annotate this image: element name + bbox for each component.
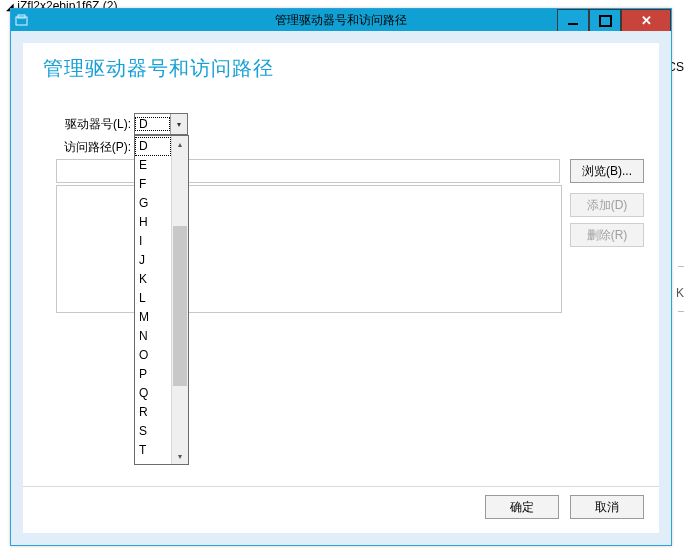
drive-letter-row: 驱动器号(L): D ▾ <box>53 113 188 135</box>
dropdown-item[interactable]: M <box>135 308 171 327</box>
footer-separator <box>23 486 659 487</box>
dialog-content: 管理驱动器号和访问路径 驱动器号(L): D ▾ 访问路径(P): 浏览(B).… <box>23 43 659 533</box>
dropdown-item[interactable]: P <box>135 365 171 384</box>
chevron-down-icon: ▾ <box>178 452 182 461</box>
dialog-window: 管理驱动器号和访问路径 ✕ 管理驱动器号和访问路径 驱动器号(L): D ▾ 访… <box>10 8 672 546</box>
close-icon: ✕ <box>641 13 652 28</box>
dropdown-item[interactable]: F <box>135 175 171 194</box>
dropdown-items: D E F G H I J K L M N O P Q R S T <box>135 136 171 464</box>
scroll-down-button[interactable]: ▾ <box>172 448 188 464</box>
dropdown-item[interactable]: K <box>135 270 171 289</box>
page-title: 管理驱动器号和访问路径 <box>43 55 274 82</box>
dropdown-scrollbar[interactable]: ▴ ▾ <box>171 136 188 464</box>
titlebar[interactable]: 管理驱动器号和访问路径 ✕ <box>11 9 671 31</box>
dropdown-item[interactable]: J <box>135 251 171 270</box>
scroll-up-button[interactable]: ▴ <box>172 136 188 152</box>
paths-listbox[interactable] <box>56 185 562 313</box>
dialog-body: 管理驱动器号和访问路径 驱动器号(L): D ▾ 访问路径(P): 浏览(B).… <box>11 31 671 545</box>
chevron-down-icon: ▾ <box>177 120 181 129</box>
system-disk-icon[interactable] <box>11 9 33 31</box>
dropdown-item[interactable]: R <box>135 403 171 422</box>
dropdown-item[interactable]: L <box>135 289 171 308</box>
browse-button[interactable]: 浏览(B)... <box>570 159 644 183</box>
maximize-icon <box>599 15 612 27</box>
dropdown-item[interactable]: I <box>135 232 171 251</box>
dropdown-item[interactable]: Q <box>135 384 171 403</box>
dropdown-item[interactable]: T <box>135 441 171 460</box>
access-path-label: 访问路径(P): <box>53 139 131 156</box>
ok-button[interactable]: 确定 <box>485 495 559 519</box>
window-controls: ✕ <box>557 9 671 30</box>
drive-letter-dropdown[interactable]: D E F G H I J K L M N O P Q R S T <box>134 135 189 465</box>
drive-letter-label: 驱动器号(L): <box>53 116 131 133</box>
dropdown-item[interactable]: S <box>135 422 171 441</box>
dropdown-item[interactable]: H <box>135 213 171 232</box>
cancel-button[interactable]: 取消 <box>570 495 644 519</box>
close-button[interactable]: ✕ <box>621 9 671 32</box>
dropdown-item[interactable]: N <box>135 327 171 346</box>
chevron-up-icon: ▴ <box>178 140 182 149</box>
dropdown-item[interactable]: G <box>135 194 171 213</box>
dropdown-item[interactable]: U <box>135 460 171 464</box>
dropdown-item[interactable]: O <box>135 346 171 365</box>
dropdown-item[interactable]: D <box>135 137 171 156</box>
maximize-button[interactable] <box>589 9 621 32</box>
access-path-input[interactable] <box>56 159 560 183</box>
add-button: 添加(D) <box>570 193 644 217</box>
scroll-thumb[interactable] <box>173 226 187 386</box>
access-path-row: 访问路径(P): <box>53 139 131 156</box>
minimize-icon <box>568 23 578 25</box>
bg-right-col-label: K <box>676 286 684 300</box>
dropdown-item[interactable]: E <box>135 156 171 175</box>
drive-letter-combo[interactable]: D ▾ <box>134 113 188 135</box>
combo-dropdown-button[interactable]: ▾ <box>170 114 187 134</box>
drive-letter-value: D <box>135 117 170 131</box>
minimize-button[interactable] <box>557 9 589 32</box>
delete-button: 删除(R) <box>570 223 644 247</box>
